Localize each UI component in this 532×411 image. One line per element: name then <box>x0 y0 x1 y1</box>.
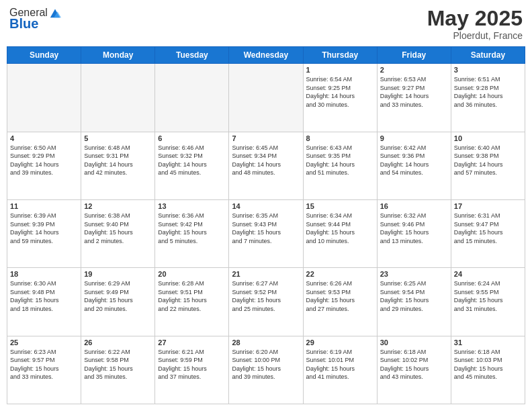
day-number: 22 <box>306 270 374 278</box>
day-number: 14 <box>232 202 300 210</box>
day-info: Sunrise: 6:27 AM Sunset: 9:52 PM Dayligh… <box>232 279 300 313</box>
calendar-header-thursday: Thursday <box>303 47 377 64</box>
day-number: 29 <box>306 338 374 347</box>
day-info: Sunrise: 6:42 AM Sunset: 9:36 PM Dayligh… <box>380 144 448 177</box>
day-number: 15 <box>306 202 374 210</box>
day-info: Sunrise: 6:51 AM Sunset: 9:28 PM Dayligh… <box>454 75 522 109</box>
day-info: Sunrise: 6:35 AM Sunset: 9:43 PM Dayligh… <box>232 212 300 245</box>
day-number: 17 <box>454 202 522 210</box>
calendar-cell: 12Sunrise: 6:38 AM Sunset: 9:40 PM Dayli… <box>81 199 155 267</box>
day-info: Sunrise: 6:32 AM Sunset: 9:46 PM Dayligh… <box>380 212 448 245</box>
calendar-cell: 10Sunrise: 6:40 AM Sunset: 9:38 PM Dayli… <box>451 132 525 199</box>
calendar-cell: 28Sunrise: 6:20 AM Sunset: 10:00 PM Dayl… <box>229 336 303 404</box>
calendar-cell: 3Sunrise: 6:51 AM Sunset: 9:28 PM Daylig… <box>451 64 525 132</box>
day-number: 23 <box>380 270 448 278</box>
header: General Blue May 2025 Ploerdut, France <box>7 7 525 41</box>
day-info: Sunrise: 6:53 AM Sunset: 9:27 PM Dayligh… <box>380 75 448 109</box>
calendar-header-saturday: Saturday <box>451 47 525 64</box>
day-number: 5 <box>84 134 152 142</box>
day-info: Sunrise: 6:50 AM Sunset: 9:29 PM Dayligh… <box>10 144 78 177</box>
calendar-week-0: 1Sunrise: 6:54 AM Sunset: 9:25 PM Daylig… <box>7 64 525 132</box>
day-number: 24 <box>454 270 522 278</box>
day-info: Sunrise: 6:30 AM Sunset: 9:48 PM Dayligh… <box>10 279 78 313</box>
calendar-cell: 11Sunrise: 6:39 AM Sunset: 9:39 PM Dayli… <box>7 199 81 267</box>
calendar-cell: 14Sunrise: 6:35 AM Sunset: 9:43 PM Dayli… <box>229 199 303 267</box>
month-title: May 2025 <box>427 7 523 30</box>
day-number: 16 <box>380 202 448 210</box>
calendar-cell: 16Sunrise: 6:32 AM Sunset: 9:46 PM Dayli… <box>377 199 451 267</box>
day-info: Sunrise: 6:19 AM Sunset: 10:01 PM Daylig… <box>306 348 374 381</box>
calendar-cell: 20Sunrise: 6:28 AM Sunset: 9:51 PM Dayli… <box>155 268 229 336</box>
calendar-cell: 4Sunrise: 6:50 AM Sunset: 9:29 PM Daylig… <box>7 132 81 199</box>
day-number: 9 <box>380 134 448 142</box>
calendar-cell: 25Sunrise: 6:23 AM Sunset: 9:57 PM Dayli… <box>7 336 81 404</box>
calendar-cell: 23Sunrise: 6:25 AM Sunset: 9:54 PM Dayli… <box>377 268 451 336</box>
day-number: 30 <box>380 338 448 347</box>
calendar-cell <box>229 64 303 132</box>
day-number: 12 <box>84 202 152 210</box>
calendar-cell: 5Sunrise: 6:48 AM Sunset: 9:31 PM Daylig… <box>81 132 155 199</box>
location-title: Ploerdut, France <box>427 30 523 41</box>
day-info: Sunrise: 6:22 AM Sunset: 9:58 PM Dayligh… <box>84 348 152 381</box>
calendar-cell: 31Sunrise: 6:18 AM Sunset: 10:03 PM Dayl… <box>451 336 525 404</box>
day-info: Sunrise: 6:48 AM Sunset: 9:31 PM Dayligh… <box>84 144 152 177</box>
calendar-cell: 26Sunrise: 6:22 AM Sunset: 9:58 PM Dayli… <box>81 336 155 404</box>
day-info: Sunrise: 6:39 AM Sunset: 9:39 PM Dayligh… <box>10 212 78 245</box>
day-number: 26 <box>84 338 152 347</box>
day-number: 28 <box>232 338 300 347</box>
calendar-header-friday: Friday <box>377 47 451 64</box>
day-number: 20 <box>158 270 226 278</box>
day-number: 27 <box>158 338 226 347</box>
day-info: Sunrise: 6:20 AM Sunset: 10:00 PM Daylig… <box>232 348 300 381</box>
page: General Blue May 2025 Ploerdut, France S… <box>0 0 532 411</box>
calendar-cell: 15Sunrise: 6:34 AM Sunset: 9:44 PM Dayli… <box>303 199 377 267</box>
calendar-cell: 19Sunrise: 6:29 AM Sunset: 9:49 PM Dayli… <box>81 268 155 336</box>
day-number: 10 <box>454 134 522 142</box>
calendar-week-1: 4Sunrise: 6:50 AM Sunset: 9:29 PM Daylig… <box>7 132 525 199</box>
day-info: Sunrise: 6:38 AM Sunset: 9:40 PM Dayligh… <box>84 212 152 245</box>
day-info: Sunrise: 6:26 AM Sunset: 9:53 PM Dayligh… <box>306 279 374 313</box>
calendar-table: SundayMondayTuesdayWednesdayThursdayFrid… <box>7 46 525 404</box>
day-info: Sunrise: 6:24 AM Sunset: 9:55 PM Dayligh… <box>454 279 522 313</box>
day-info: Sunrise: 6:31 AM Sunset: 9:47 PM Dayligh… <box>454 212 522 245</box>
calendar-week-3: 18Sunrise: 6:30 AM Sunset: 9:48 PM Dayli… <box>7 268 525 336</box>
calendar-cell: 8Sunrise: 6:43 AM Sunset: 9:35 PM Daylig… <box>303 132 377 199</box>
day-number: 4 <box>10 134 78 142</box>
calendar-cell: 29Sunrise: 6:19 AM Sunset: 10:01 PM Dayl… <box>303 336 377 404</box>
calendar-header-row: SundayMondayTuesdayWednesdayThursdayFrid… <box>7 47 525 64</box>
title-block: May 2025 Ploerdut, France <box>427 7 523 41</box>
day-info: Sunrise: 6:34 AM Sunset: 9:44 PM Dayligh… <box>306 212 374 245</box>
calendar-cell <box>81 64 155 132</box>
calendar-cell: 24Sunrise: 6:24 AM Sunset: 9:55 PM Dayli… <box>451 268 525 336</box>
calendar-header-monday: Monday <box>81 47 155 64</box>
day-info: Sunrise: 6:18 AM Sunset: 10:03 PM Daylig… <box>454 348 522 381</box>
day-info: Sunrise: 6:23 AM Sunset: 9:57 PM Dayligh… <box>10 348 78 381</box>
day-info: Sunrise: 6:36 AM Sunset: 9:42 PM Dayligh… <box>158 212 226 245</box>
calendar-week-4: 25Sunrise: 6:23 AM Sunset: 9:57 PM Dayli… <box>7 336 525 404</box>
day-number: 6 <box>158 134 226 142</box>
day-info: Sunrise: 6:25 AM Sunset: 9:54 PM Dayligh… <box>380 279 448 313</box>
logo: General Blue <box>9 7 61 32</box>
day-info: Sunrise: 6:40 AM Sunset: 9:38 PM Dayligh… <box>454 144 522 177</box>
calendar-week-2: 11Sunrise: 6:39 AM Sunset: 9:39 PM Dayli… <box>7 199 525 267</box>
calendar-cell: 27Sunrise: 6:21 AM Sunset: 9:59 PM Dayli… <box>155 336 229 404</box>
day-number: 25 <box>10 338 78 347</box>
day-info: Sunrise: 6:43 AM Sunset: 9:35 PM Dayligh… <box>306 144 374 177</box>
calendar-cell: 30Sunrise: 6:18 AM Sunset: 10:02 PM Dayl… <box>377 336 451 404</box>
day-number: 8 <box>306 134 374 142</box>
day-number: 31 <box>454 338 522 347</box>
day-info: Sunrise: 6:29 AM Sunset: 9:49 PM Dayligh… <box>84 279 152 313</box>
calendar-cell <box>155 64 229 132</box>
day-number: 18 <box>10 270 78 278</box>
day-number: 3 <box>454 66 522 74</box>
calendar-cell: 9Sunrise: 6:42 AM Sunset: 9:36 PM Daylig… <box>377 132 451 199</box>
day-number: 11 <box>10 202 78 210</box>
day-info: Sunrise: 6:21 AM Sunset: 9:59 PM Dayligh… <box>158 348 226 381</box>
calendar-cell: 18Sunrise: 6:30 AM Sunset: 9:48 PM Dayli… <box>7 268 81 336</box>
day-number: 2 <box>380 66 448 74</box>
calendar-header-tuesday: Tuesday <box>155 47 229 64</box>
calendar-cell: 6Sunrise: 6:46 AM Sunset: 9:32 PM Daylig… <box>155 132 229 199</box>
day-info: Sunrise: 6:45 AM Sunset: 9:34 PM Dayligh… <box>232 144 300 177</box>
day-info: Sunrise: 6:46 AM Sunset: 9:32 PM Dayligh… <box>158 144 226 177</box>
day-number: 21 <box>232 270 300 278</box>
